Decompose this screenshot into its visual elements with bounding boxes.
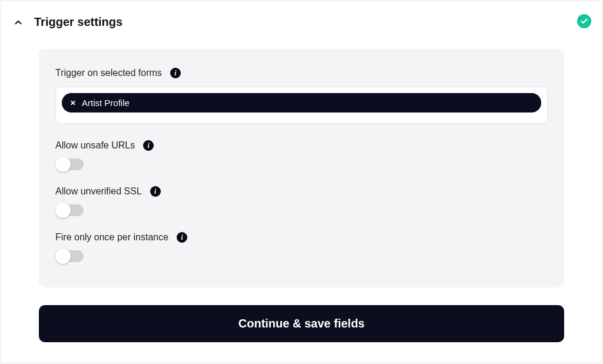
allow-unsafe-urls-label: Allow unsafe URLs [55, 140, 135, 151]
remove-chip-icon[interactable]: ✕ [70, 99, 76, 107]
chevron-up-icon[interactable] [13, 17, 24, 28]
info-icon[interactable]: i [170, 68, 181, 78]
toggle-thumb [55, 157, 71, 172]
continue-save-button[interactable]: Continue & save fields [39, 305, 564, 342]
allow-unverified-ssl-toggle[interactable] [55, 204, 86, 217]
section-header: Trigger settings [1, 1, 602, 39]
forms-multiselect[interactable]: ✕ Artist Profile [55, 87, 548, 124]
section-title: Trigger settings [34, 15, 122, 29]
chip-label: Artist Profile [82, 98, 130, 108]
toggle-thumb [55, 249, 71, 264]
settings-panel: Trigger on selected forms i ✕ Artist Pro… [39, 49, 564, 287]
trigger-forms-label: Trigger on selected forms [55, 68, 162, 78]
field-label-row: Fire only once per instance i [55, 232, 548, 243]
fire-once-toggle[interactable] [55, 250, 86, 263]
allow-unsafe-urls-field: Allow unsafe URLs i [55, 140, 548, 171]
fire-once-field: Fire only once per instance i [55, 232, 548, 263]
field-label-row: Allow unverified SSL i [55, 186, 548, 197]
field-label-row: Trigger on selected forms i [55, 68, 548, 78]
info-icon[interactable]: i [143, 140, 154, 151]
selected-form-chip: ✕ Artist Profile [62, 93, 541, 112]
allow-unverified-ssl-field: Allow unverified SSL i [55, 186, 548, 217]
allow-unsafe-urls-toggle[interactable] [55, 158, 86, 171]
info-icon[interactable]: i [177, 232, 187, 243]
field-label-row: Allow unsafe URLs i [55, 140, 548, 151]
trigger-settings-card: Trigger settings Trigger on selected for… [1, 1, 602, 363]
trigger-forms-field: Trigger on selected forms i ✕ Artist Pro… [55, 68, 548, 124]
allow-unverified-ssl-label: Allow unverified SSL [55, 186, 142, 197]
toggle-thumb [55, 203, 71, 218]
info-icon[interactable]: i [150, 186, 161, 197]
fire-once-label: Fire only once per instance [55, 232, 168, 243]
status-complete-icon [577, 14, 591, 28]
